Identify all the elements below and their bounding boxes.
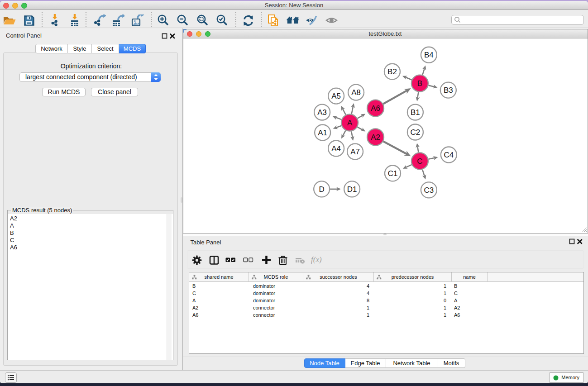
svg-text:B: B [417,79,422,88]
svg-text:C2: C2 [410,128,420,137]
svg-text:A1: A1 [318,129,327,137]
svg-text:A5: A5 [331,92,341,100]
svg-text:B1: B1 [411,108,420,117]
svg-text:B4: B4 [424,51,434,59]
svg-text:A3: A3 [317,108,327,117]
svg-text:A2: A2 [371,133,380,142]
svg-text:A4: A4 [331,144,341,153]
svg-text:D1: D1 [347,185,357,194]
svg-text:C1: C1 [387,169,397,178]
svg-text:B3: B3 [443,86,453,95]
svg-text:A7: A7 [350,148,360,156]
svg-text:A6: A6 [371,104,380,113]
svg-text:C: C [417,157,422,166]
svg-text:C4: C4 [444,151,454,159]
svg-text:C3: C3 [424,186,434,195]
svg-text:D: D [319,185,324,194]
svg-text:A8: A8 [351,88,361,97]
svg-text:A: A [347,119,352,127]
svg-text:B2: B2 [387,67,397,76]
